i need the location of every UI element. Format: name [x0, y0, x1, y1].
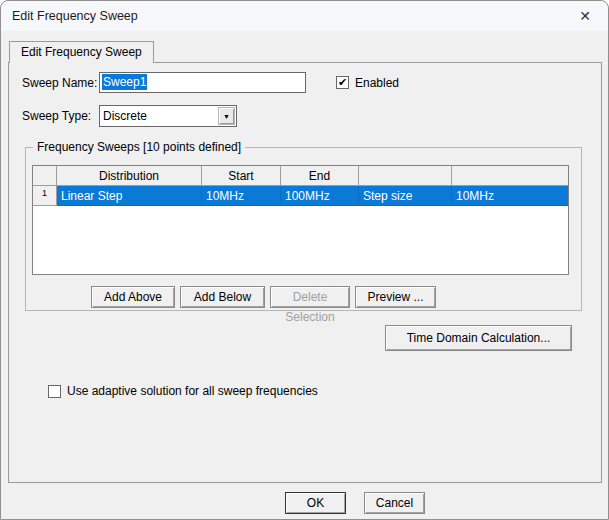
adaptive-solution-checkbox[interactable]	[48, 385, 61, 398]
header-blank-1[interactable]	[359, 166, 452, 186]
enabled-checkbox[interactable]: ✔	[336, 76, 349, 89]
cell-end[interactable]: 100MHz	[281, 186, 359, 206]
window-title: Edit Frequency Sweep	[12, 1, 138, 31]
sweep-name-input[interactable]: Sweep1	[99, 72, 306, 93]
frequency-sweeps-group-title: Frequency Sweeps [10 points defined]	[33, 140, 245, 154]
sweep-type-label: Sweep Type:	[22, 109, 91, 123]
cell-step-type[interactable]: Step size	[359, 186, 452, 206]
frequency-sweeps-group: Frequency Sweeps [10 points defined] Dis…	[25, 147, 582, 311]
header-end[interactable]: End	[281, 166, 359, 186]
adaptive-solution-label: Use adaptive solution for all sweep freq…	[67, 384, 318, 398]
tab-page: Sweep Name: Sweep1 ✔ Enabled Sweep Type:…	[8, 62, 602, 483]
sweeps-table[interactable]: Distribution Start End 1 Linear Step 10M…	[32, 165, 569, 275]
cell-start[interactable]: 10MHz	[202, 186, 281, 206]
sweep-type-value: Discrete	[103, 109, 147, 123]
add-below-button[interactable]: Add Below	[180, 286, 265, 308]
table-header-row: Distribution Start End	[33, 166, 568, 186]
header-blank-2[interactable]	[452, 166, 568, 186]
preview-button[interactable]: Preview ...	[355, 286, 436, 308]
sweep-name-label: Sweep Name:	[22, 76, 97, 90]
cell-distribution[interactable]: Linear Step	[57, 186, 202, 206]
delete-selection-button: Delete Selection	[270, 286, 350, 308]
header-distribution[interactable]: Distribution	[57, 166, 202, 186]
cancel-button[interactable]: Cancel	[364, 492, 425, 514]
enabled-label: Enabled	[355, 76, 399, 90]
edit-frequency-sweep-dialog: Edit Frequency Sweep ✕ Edit Frequency Sw…	[0, 0, 609, 520]
sweep-name-value: Sweep1	[102, 74, 147, 90]
time-domain-calculation-button[interactable]: Time Domain Calculation...	[385, 325, 572, 351]
cell-step-size[interactable]: 10MHz	[452, 186, 568, 206]
header-start[interactable]: Start	[202, 166, 281, 186]
row-number[interactable]: 1	[33, 186, 57, 206]
header-rownum	[33, 166, 57, 186]
ok-button[interactable]: OK	[285, 492, 346, 514]
title-bar: Edit Frequency Sweep ✕	[1, 1, 608, 31]
chevron-down-icon[interactable]: ▼	[218, 107, 235, 125]
table-row[interactable]: 1 Linear Step 10MHz 100MHz Step size 10M…	[33, 186, 568, 206]
tab-edit-frequency-sweep[interactable]: Edit Frequency Sweep	[9, 41, 154, 63]
close-icon[interactable]: ✕	[570, 3, 600, 29]
add-above-button[interactable]: Add Above	[91, 286, 175, 308]
sweep-type-dropdown[interactable]: Discrete ▼	[99, 105, 237, 127]
